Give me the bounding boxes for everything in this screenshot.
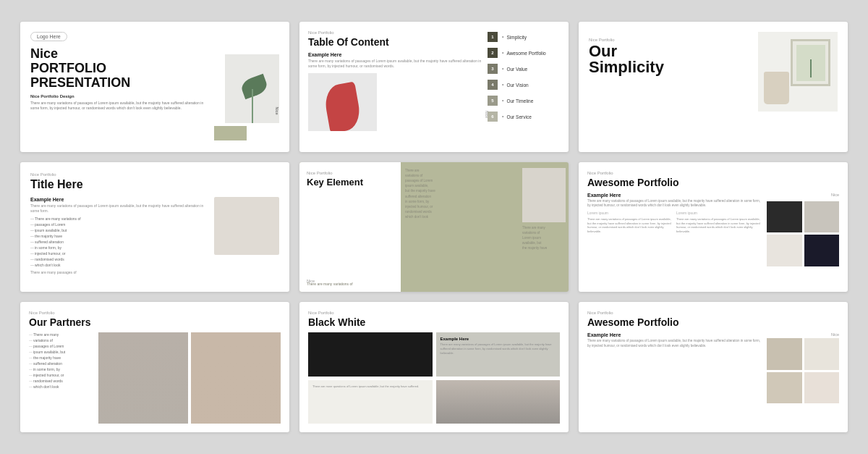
toc-text-6: Our Service	[506, 114, 531, 119]
slide-5-label: Nice Portfolio	[307, 171, 393, 175]
slide-4: Nice Portfolio Title Here Example Here T…	[20, 162, 289, 293]
bw-example-title: Example Here	[441, 337, 556, 341]
slide-3: Nice Portfolio OurSimplicity	[579, 22, 848, 152]
partner-bullet-7: in some form, by	[29, 367, 94, 371]
slide-9-example-title: Example Here	[587, 332, 762, 337]
toc-nice-label: Nice	[485, 111, 489, 118]
slide-5-title: Key Element	[307, 177, 393, 188]
partner-bullet-4: ipsum available, but	[29, 350, 94, 354]
slide-9-body: There are many variations of passages of…	[587, 339, 762, 348]
slide-6-title: Awesome Portfolio	[587, 177, 839, 188]
toc-num-3: 3	[488, 64, 498, 74]
camera-cell-2	[804, 338, 840, 370]
slide-9-nice: Nice	[767, 332, 839, 337]
toc-num-4: 4	[488, 80, 498, 90]
camera-cell-1	[767, 338, 802, 370]
partner-bullet-6: suffered alteration	[29, 361, 94, 366]
slide-2: Nice Portfolio Table Of Content Example …	[299, 22, 569, 152]
toc-image	[308, 73, 377, 131]
slide-8: Nice Portfolio Black White Example Here …	[299, 302, 569, 432]
slide-9-label: Nice Portfolio	[587, 311, 839, 315]
partner-bullet-9: randomised words	[29, 379, 94, 383]
bullet-4: the majority have	[30, 234, 208, 238]
green-rectangle	[214, 126, 247, 140]
slide-9: Nice Portfolio Awesome Portfolio Example…	[579, 302, 848, 432]
logo-button[interactable]: Logo Here	[30, 32, 67, 41]
partner-bullet-2: variations of	[29, 338, 94, 342]
slide-2-title: Table Of Content	[308, 36, 482, 48]
col-body-1: There are many variations of passages of…	[587, 217, 673, 233]
bullet-9: which don't look	[30, 263, 208, 267]
slide-9-title: Awesome Portfolio	[587, 316, 839, 328]
right-lines: There are many variations of Lorem ipsum…	[522, 225, 564, 251]
slide-8-title: Black White	[308, 316, 560, 328]
slide-5: Nice Portfolio Key Element Nice There ar…	[299, 162, 569, 293]
slide-4-body: There are many variations of passages of…	[30, 203, 208, 214]
slide-7: Nice Portfolio Our Partners There are ma…	[20, 302, 289, 432]
toc-item-4: 4 · Our Vision	[488, 78, 560, 91]
bullet-8: randomised words	[30, 257, 208, 261]
mid-line-5: but the majority have	[405, 188, 514, 193]
col-label-1: Lorem ipsum	[587, 211, 673, 216]
slide-5-bottom: There are many variations of	[307, 282, 353, 286]
toc-item-1: 1 · Simplicity	[488, 30, 560, 43]
toc-item-3: 3 · Our Value	[488, 62, 560, 75]
person-image-1	[98, 332, 188, 424]
plant-cell-4	[804, 235, 840, 266]
toc-num-2: 2	[488, 48, 498, 58]
slide-4-example-title: Example Here	[30, 197, 208, 202]
slide-7-label: Nice Portfolio	[29, 311, 281, 315]
slide-6-label: Nice Portfolio	[587, 171, 839, 175]
mid-line-3: passages of Lorem	[405, 178, 514, 183]
plant-image	[225, 54, 279, 123]
mid-line-9: randomised words	[405, 209, 514, 214]
mid-line-8: injected humour, or	[405, 204, 514, 209]
camera-grid	[767, 338, 839, 403]
toc-text-3: Our Value	[506, 67, 527, 72]
bullet-2: passages of Lorem	[30, 222, 208, 227]
partner-bullet-10: which don't look	[29, 384, 94, 389]
slide-6-nice: Nice	[767, 193, 839, 197]
toc-text-1: Simplicity	[506, 35, 526, 40]
camera-cell-4	[804, 372, 840, 404]
slide-grid: Logo Here NicePORTFOLIOPRESENTATION Nice…	[0, 0, 868, 454]
slide-3-title: OurSimplicity	[589, 43, 752, 75]
slide-4-label: Nice Portfolio	[30, 172, 279, 177]
bullet-5: suffered alteration	[30, 240, 208, 244]
person-image-2	[191, 332, 281, 424]
mid-line-2: variations of	[405, 173, 514, 178]
nice-label: Nice	[274, 106, 278, 114]
plant-cell-3	[767, 235, 802, 266]
slide-6-body: There are many variations of passages of…	[587, 199, 762, 209]
slide-7-title: Our Partners	[29, 316, 281, 328]
slide-6-example-title: Example Here	[587, 193, 762, 198]
bw-body-2: There are more questions of Lorem ipsum …	[312, 384, 428, 389]
slide-1: Logo Here NicePORTFOLIOPRESENTATION Nice…	[20, 22, 289, 152]
slide-2-example-body: There are many variations of passages of…	[308, 59, 482, 69]
slide-1-body: There are many variations of passages of…	[30, 101, 205, 111]
slide-7-bullets: There are many variations of passages of…	[29, 332, 94, 389]
frame-image	[791, 39, 830, 86]
partner-bullet-1: There are many	[29, 332, 94, 337]
mid-line-10: which don't look	[405, 214, 514, 219]
col-label-2: Lorem ipsum	[676, 211, 762, 216]
bullet-6: in some form, by	[30, 245, 208, 250]
chair-image	[214, 197, 279, 255]
toc-num-6: 6	[488, 112, 498, 122]
partner-bullet-5: the majority have	[29, 356, 94, 360]
plant-cell-2	[804, 201, 840, 233]
bw-cell-dark	[308, 332, 433, 376]
toc-text-5: Our Timeline	[506, 98, 533, 104]
toc-text-4: Our Vision	[506, 83, 528, 88]
toc-item-6: 6 · Our Service	[488, 110, 560, 123]
toc-item-2: 2 · Awesome Portfolio	[488, 46, 560, 59]
plant-grid	[767, 201, 839, 266]
toc-num-1: 1	[488, 32, 498, 42]
plant-cell-1	[767, 201, 802, 233]
slide-1-title: NicePORTFOLIOPRESENTATION	[30, 47, 205, 90]
partner-bullet-3: passages of Lorem	[29, 344, 94, 348]
bw-img-cell	[436, 380, 561, 424]
slide-2-label: Nice Portfolio	[308, 30, 482, 35]
camera-cell-3	[767, 372, 802, 404]
slide-4-bottom: There are many passages of	[30, 270, 208, 274]
